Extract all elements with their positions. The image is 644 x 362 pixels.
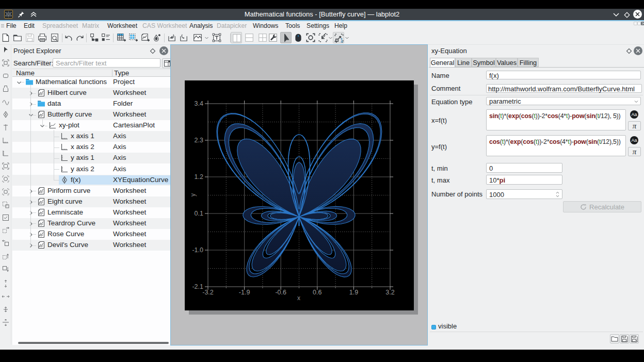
svg-text:0.6: 0.6	[313, 289, 321, 296]
svg-text:1.2: 1.2	[195, 173, 203, 180]
svg-text:2.3: 2.3	[195, 137, 203, 144]
svg-text:-0.6: -0.6	[275, 289, 286, 296]
svg-text:-1.0: -1.0	[192, 246, 203, 254]
svg-text:y: y	[189, 193, 197, 196]
svg-text:-2.1: -2.1	[192, 283, 203, 290]
svg-text:-1.9: -1.9	[239, 289, 250, 296]
svg-text:0.1: 0.1	[195, 210, 203, 217]
svg-text:1.9: 1.9	[349, 289, 358, 296]
svg-text:x: x	[297, 294, 300, 302]
svg-text:-3.2: -3.2	[202, 289, 214, 296]
svg-text:1: 1	[340, 38, 343, 43]
svg-text:3.2: 3.2	[385, 289, 394, 296]
svg-text:3.4: 3.4	[195, 100, 203, 107]
